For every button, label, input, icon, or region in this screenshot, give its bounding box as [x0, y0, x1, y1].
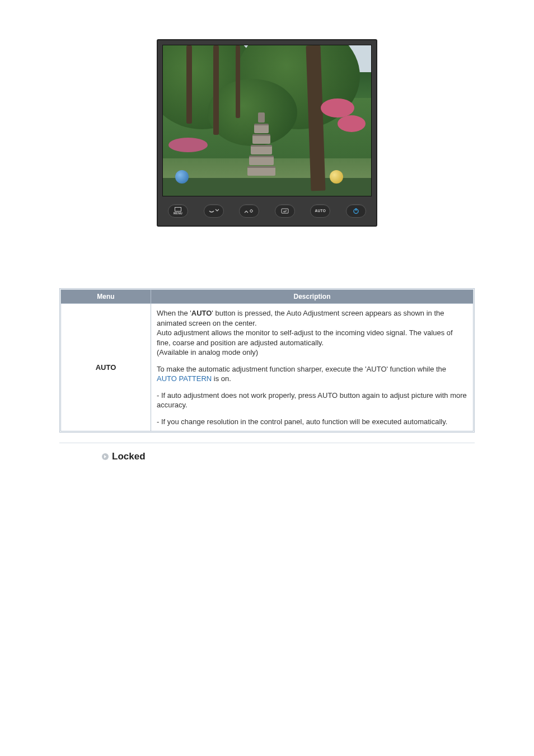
locked-heading-row: Locked [59, 451, 475, 462]
desc-paragraph: To make the automatic adjustment functio… [157, 364, 467, 384]
lantern [330, 170, 343, 184]
table-header-row: Menu Description [61, 290, 474, 304]
description-table: Menu Description AUTO When the 'AUTO' bu… [60, 289, 474, 431]
pagoda [247, 112, 276, 177]
description-cell: When the 'AUTO' button is pressed, the A… [151, 304, 474, 431]
monitor-screen [162, 45, 372, 196]
table-row: AUTO When the 'AUTO' button is pressed, … [61, 304, 474, 431]
blossom [338, 115, 366, 132]
menu-icon [175, 207, 181, 212]
desc-paragraph: - If you change resolution in the contro… [157, 417, 467, 427]
svg-rect-1 [282, 209, 288, 213]
monitor-illustration: MENU [157, 39, 377, 227]
menu-button-label: MENU [174, 212, 182, 215]
desc-paragraph: When the 'AUTO' button is pressed, the A… [157, 308, 467, 358]
blossom [321, 98, 354, 118]
col-header-description: Description [151, 290, 474, 304]
col-header-menu: Menu [61, 290, 151, 304]
auto-button[interactable]: AUTO [310, 204, 330, 218]
desc-paragraph: - If auto adjustment does not work prope… [157, 391, 467, 410]
power-button[interactable] [346, 204, 366, 218]
auto-pattern-link[interactable]: AUTO PATTERN [157, 374, 212, 383]
tree-trunk [186, 45, 192, 124]
locked-heading: Locked [112, 451, 146, 462]
section-divider [59, 443, 475, 443]
power-icon [353, 208, 359, 214]
down-arrow-icon [209, 208, 219, 214]
menu-button[interactable]: MENU [168, 204, 188, 218]
tree-trunk [213, 45, 219, 135]
enter-icon [281, 208, 289, 214]
enter-button[interactable] [275, 204, 295, 218]
up-arrow-icon [244, 208, 254, 214]
tree-trunk [236, 45, 240, 118]
bullet-arrow-icon [102, 453, 109, 460]
description-table-wrap: Menu Description AUTO When the 'AUTO' bu… [59, 288, 475, 433]
monitor-controls: MENU [162, 196, 372, 221]
up-button[interactable] [239, 204, 259, 218]
auto-button-label: AUTO [315, 209, 326, 213]
lantern [175, 170, 189, 184]
menu-name-cell: AUTO [61, 304, 151, 431]
blossom [168, 138, 208, 152]
down-button[interactable] [204, 204, 224, 218]
